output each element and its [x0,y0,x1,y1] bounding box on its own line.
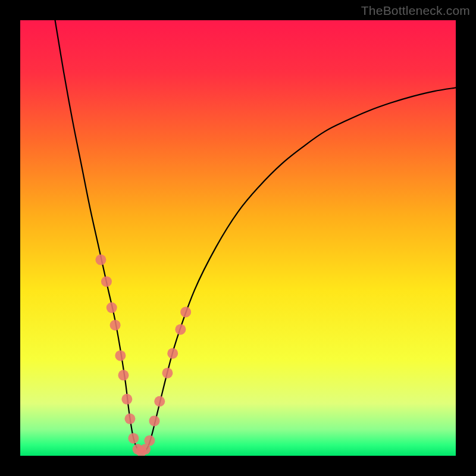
marker-point [144,435,155,446]
marker-point [121,394,132,405]
plot-area [20,20,456,456]
marker-point [180,306,191,317]
marker-point [95,255,106,265]
marker-point [115,350,126,361]
chart-frame: TheBottleneck.com [0,0,476,476]
marker-point [167,348,178,359]
marker-point [175,324,186,335]
marker-point [107,302,117,313]
attribution-label: TheBottleneck.com [361,4,470,18]
marker-point [124,414,135,424]
marker-point [128,433,139,444]
marker-point [118,370,129,381]
marker-point [101,276,112,287]
gradient-background [20,20,456,456]
marker-point [110,320,121,330]
marker-point [162,368,173,378]
chart-svg [20,20,456,456]
marker-point [154,396,165,407]
marker-point [149,415,159,426]
